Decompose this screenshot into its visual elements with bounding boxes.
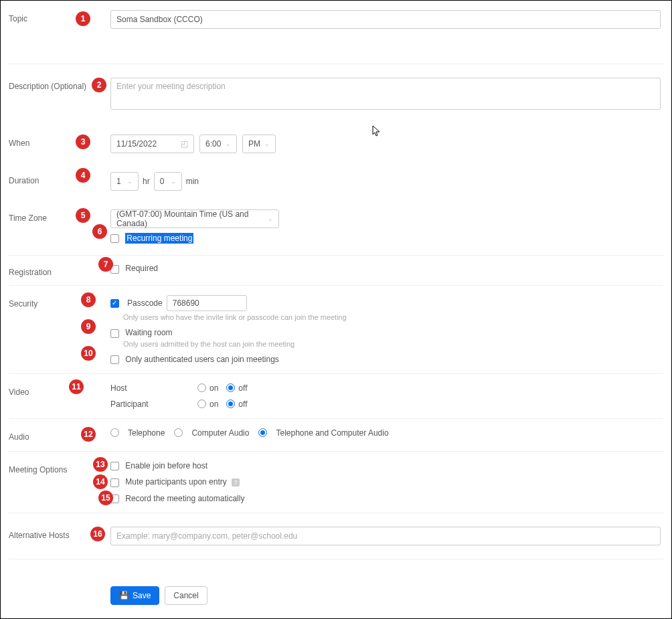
marker-11: 11 [69,379,84,394]
join-before-host-label: Enable join before host [125,461,207,470]
video-host-off-radio[interactable] [226,383,235,392]
waiting-room-checkbox[interactable] [110,329,119,338]
when-ampm-value: PM [248,139,260,149]
marker-4: 4 [76,168,90,183]
help-icon[interactable]: ? [232,478,240,487]
calendar-icon: ◰ [181,139,188,149]
save-button-label: Save [133,591,151,600]
mute-on-entry-checkbox[interactable] [110,478,119,487]
cancel-button-label: Cancel [173,591,198,600]
when-label: When [9,135,110,148]
topic-label: Topic [9,10,110,23]
video-label: Video [9,383,110,397]
cancel-button[interactable]: Cancel [165,586,207,605]
duration-min-value: 0 [160,177,165,186]
timezone-value: (GMT-07:00) Mountain Time (US and Canada… [116,209,264,228]
video-participant-label: Participant [110,400,197,409]
chevron-down-icon: ⌄ [171,178,176,185]
when-time-select[interactable]: 6:00 ⌄ [199,135,237,153]
off-label: off [238,400,247,409]
passcode-hint: Only users who have the invite link or p… [123,313,663,321]
record-auto-label: Record the meeting automatically [125,494,244,503]
chevron-down-icon: ⌄ [268,215,273,222]
recurring-label: Recurring meeting [125,233,193,244]
join-before-host-checkbox[interactable] [110,462,119,470]
mute-on-entry-label: Mute participants upon entry [125,477,226,487]
alt-hosts-input[interactable] [110,527,661,545]
marker-9: 9 [81,319,96,334]
save-icon: 💾 [119,591,129,600]
when-ampm-select[interactable]: PM ⌄ [242,135,276,153]
marker-5: 5 [76,208,90,223]
meeting-settings-form: Topic 1 Description (Optional) 2 When 3 … [0,0,672,619]
marker-3: 3 [76,135,90,149]
chevron-down-icon: ⌄ [264,141,270,147]
audio-both-label: Telephone and Computer Audio [276,428,388,438]
marker-16: 16 [90,527,105,541]
description-input[interactable] [110,78,661,110]
recurring-checkbox[interactable] [110,234,119,243]
passcode-label: Passcode [127,298,163,308]
audio-telephone-label: Telephone [128,428,165,438]
audio-computer-label: Computer Audio [191,428,249,438]
timezone-select[interactable]: (GMT-07:00) Mountain Time (US and Canada… [110,209,279,228]
when-date-value: 11/15/2022 [116,139,157,149]
on-label: on [209,400,218,409]
duration-label: Duration [9,172,110,185]
when-time-value: 6:00 [205,139,221,149]
marker-1: 1 [76,11,90,26]
marker-15: 15 [98,491,113,505]
auth-users-label: Only authenticated users can join meetin… [125,355,278,364]
on-label: on [209,383,218,393]
marker-13: 13 [93,457,108,472]
timezone-label: Time Zone [9,209,110,223]
marker-14: 14 [93,474,108,489]
waiting-room-hint: Only users admitted by the host can join… [123,340,663,348]
registration-required-label: Required [125,264,158,273]
marker-2: 2 [92,78,106,92]
waiting-room-label: Waiting room [125,328,172,337]
registration-label: Registration [9,264,110,277]
marker-10: 10 [81,346,96,361]
video-host-label: Host [110,383,197,393]
passcode-checkbox[interactable] [110,299,119,308]
video-participant-on-radio[interactable] [197,400,206,408]
passcode-input[interactable] [167,295,247,311]
video-host-on-radio[interactable] [197,383,206,392]
chevron-down-icon: ⌄ [127,178,133,185]
marker-12: 12 [81,427,96,442]
audio-computer-radio[interactable] [174,428,183,437]
off-label: off [238,383,247,393]
chevron-down-icon: ⌄ [226,141,231,147]
audio-telephone-radio[interactable] [110,428,119,437]
min-unit-label: min [186,177,199,186]
audio-both-radio[interactable] [258,428,267,437]
when-date-input[interactable]: 11/15/2022 ◰ [110,135,194,153]
auth-users-checkbox[interactable] [110,355,119,364]
duration-hr-value: 1 [116,177,121,186]
marker-6: 6 [92,224,107,239]
video-participant-off-radio[interactable] [226,400,235,408]
save-button[interactable]: 💾 Save [110,586,159,605]
topic-input[interactable] [110,10,661,29]
duration-min-select[interactable]: 0 ⌄ [154,172,182,191]
duration-hr-select[interactable]: 1 ⌄ [110,172,139,191]
hr-unit-label: hr [143,177,150,186]
